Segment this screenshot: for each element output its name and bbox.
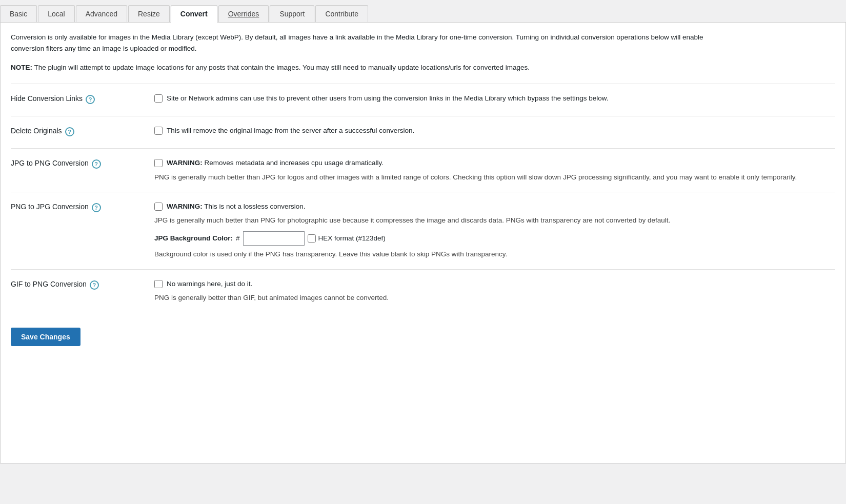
png-to-jpg-checkbox-row: WARNING: This is not a lossless conversi… [154, 201, 835, 212]
setting-value-delete-originals: This will remove the original image from… [154, 126, 835, 139]
delete-originals-checkbox-label: This will remove the original image from… [167, 126, 414, 136]
hide-conversion-links-checkbox-row: Site or Network admins can use this to p… [154, 93, 835, 104]
intro-note-text: The plugin will attempt to update image … [34, 64, 530, 71]
jpg-to-png-checkbox[interactable] [154, 159, 163, 167]
hide-conversion-links-label: Hide Conversion Links [11, 94, 83, 103]
hash-symbol: # [236, 233, 240, 244]
png-to-jpg-checkbox[interactable] [154, 203, 163, 211]
png-to-jpg-checkbox-label: WARNING: This is not a lossless conversi… [167, 201, 306, 212]
jpg-to-png-sub-text: PNG is generally much better than JPG fo… [154, 172, 835, 183]
delete-originals-label: Delete Originals [11, 127, 62, 135]
jpg-to-png-help-icon[interactable]: ? [92, 159, 101, 169]
hex-format-label: HEX format (#123def) [318, 233, 386, 244]
setting-label-delete-originals: Delete Originals ? [11, 126, 154, 136]
hex-format-checkbox[interactable] [308, 234, 316, 243]
setting-row-hide-conversion-links: Hide Conversion Links ? Site or Network … [11, 84, 835, 116]
content-area: Conversion is only available for images … [0, 23, 846, 463]
setting-label-gif-to-png: GIF to PNG Conversion ? [11, 279, 154, 290]
save-changes-button[interactable]: Save Changes [11, 328, 80, 346]
intro-note-label: NOTE: [11, 64, 32, 71]
setting-label-jpg-to-png: JPG to PNG Conversion ? [11, 158, 154, 169]
jpg-to-png-label: JPG to PNG Conversion [11, 159, 89, 167]
tabs-container: Basic Local Advanced Resize Convert Over… [0, 0, 846, 23]
png-to-jpg-help-icon[interactable]: ? [92, 203, 101, 212]
jpg-to-png-warning: WARNING: [167, 159, 203, 167]
hide-conversion-links-checkbox[interactable] [154, 94, 163, 103]
gif-to-png-label: GIF to PNG Conversion [11, 280, 87, 288]
tab-advanced[interactable]: Advanced [76, 5, 127, 22]
gif-to-png-checkbox-label: No warnings here, just do it. [167, 279, 252, 289]
intro-line1: Conversion is only available for images … [11, 32, 718, 54]
page-wrapper: Basic Local Advanced Resize Convert Over… [0, 0, 846, 504]
setting-row-delete-originals: Delete Originals ? This will remove the … [11, 116, 835, 148]
setting-row-gif-to-png: GIF to PNG Conversion ? No warnings here… [11, 269, 835, 313]
setting-label-hide-conversion-links: Hide Conversion Links ? [11, 93, 154, 104]
bg-color-note: Background color is used only if the PNG… [154, 249, 835, 260]
png-to-jpg-warning-rest: This is not a lossless conversion. [203, 203, 306, 210]
tab-convert[interactable]: Convert [171, 5, 217, 23]
gif-to-png-checkbox-row: No warnings here, just do it. [154, 279, 835, 289]
setting-label-png-to-jpg: PNG to JPG Conversion ? [11, 201, 154, 212]
png-to-jpg-sub-text: JPG is generally much better than PNG fo… [154, 215, 835, 226]
delete-originals-checkbox[interactable] [154, 127, 163, 135]
hide-conversion-links-checkbox-label: Site or Network admins can use this to p… [167, 93, 608, 104]
tab-resize[interactable]: Resize [128, 5, 170, 22]
gif-to-png-checkbox[interactable] [154, 280, 163, 288]
tab-local[interactable]: Local [38, 5, 74, 22]
setting-value-hide-conversion-links: Site or Network admins can use this to p… [154, 93, 835, 107]
setting-value-gif-to-png: No warnings here, just do it. PNG is gen… [154, 279, 835, 304]
gif-to-png-sub-text: PNG is generally better than GIF, but an… [154, 292, 835, 304]
tab-contribute[interactable]: Contribute [315, 5, 368, 22]
tab-overrides[interactable]: Overrides [218, 5, 269, 22]
setting-value-png-to-jpg: WARNING: This is not a lossless conversi… [154, 201, 835, 259]
setting-value-jpg-to-png: WARNING: Removes metadata and increases … [154, 158, 835, 183]
intro-note: NOTE: The plugin will attempt to update … [11, 62, 835, 73]
jpg-to-png-checkbox-row: WARNING: Removes metadata and increases … [154, 158, 835, 168]
bg-color-label: JPG Background Color: [154, 233, 233, 244]
tab-basic[interactable]: Basic [0, 5, 37, 22]
tab-support[interactable]: Support [270, 5, 314, 22]
setting-row-png-to-jpg: PNG to JPG Conversion ? WARNING: This is… [11, 192, 835, 269]
png-to-jpg-label: PNG to JPG Conversion [11, 203, 89, 211]
jpg-to-png-warning-rest: Removes metadata and increases cpu usage… [203, 159, 384, 167]
gif-to-png-help-icon[interactable]: ? [90, 280, 99, 290]
delete-originals-help-icon[interactable]: ? [65, 127, 74, 136]
jpg-to-png-checkbox-label: WARNING: Removes metadata and increases … [167, 158, 384, 168]
hex-format-check: HEX format (#123def) [308, 233, 386, 244]
png-to-jpg-warning: WARNING: [167, 203, 203, 210]
setting-row-jpg-to-png: JPG to PNG Conversion ? WARNING: Removes… [11, 148, 835, 192]
hex-color-input[interactable] [243, 231, 305, 246]
delete-originals-checkbox-row: This will remove the original image from… [154, 126, 835, 136]
hide-conversion-links-help-icon[interactable]: ? [86, 95, 95, 104]
bg-color-row: JPG Background Color: # HEX format (#123… [154, 231, 835, 246]
